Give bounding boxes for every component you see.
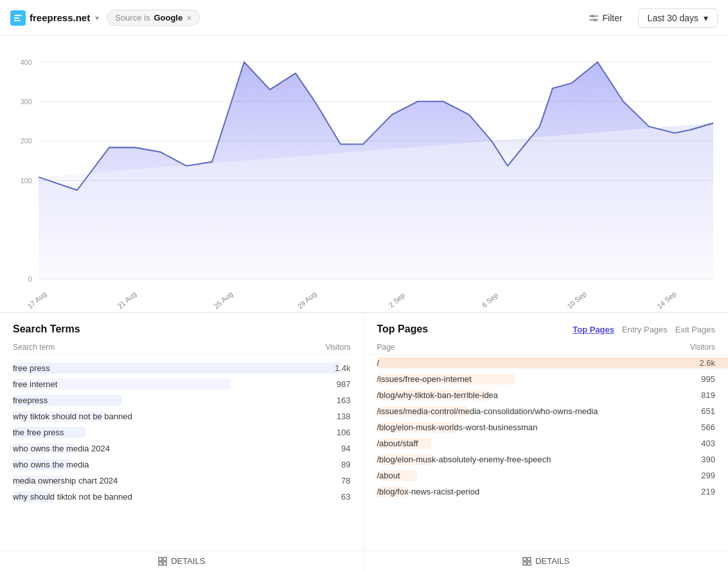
date-range-chevron-icon: ▾ <box>704 13 708 23</box>
filter-source-value: Google <box>154 13 182 23</box>
svg-rect-35 <box>528 562 531 565</box>
page-row[interactable]: /2.6k <box>364 355 729 371</box>
row-term: why should tiktok not be banned <box>13 492 132 502</box>
svg-text:10 Sep: 10 Sep <box>565 289 587 310</box>
page-visitors: 403 <box>701 439 715 448</box>
page-label: /about/staff <box>377 439 418 448</box>
page-row[interactable]: /blog/elon-musk-absolutely-enemy-free-sp… <box>364 451 729 467</box>
col-page-header: Page <box>377 343 395 352</box>
top-pages-panel: Top Pages Top Pages Entry Pages Exit Pag… <box>364 313 729 571</box>
page-label: /blog/fox-news-racist-period <box>377 487 480 496</box>
page-row[interactable]: /issues/free-open-internet995 <box>364 371 729 387</box>
filter-button[interactable]: Filter <box>582 9 630 27</box>
svg-rect-34 <box>523 562 526 565</box>
page-visitors: 819 <box>701 390 715 400</box>
search-terms-panel: Search Terms Search term Visitors free p… <box>0 313 364 571</box>
search-term-row[interactable]: the free press106 <box>0 424 364 440</box>
svg-point-4 <box>594 19 596 21</box>
search-terms-header: Search Terms Search term Visitors <box>0 313 364 360</box>
tab-exit-pages[interactable]: Exit Pages <box>675 325 715 334</box>
row-visitors: 78 <box>341 476 350 485</box>
svg-point-3 <box>592 15 594 17</box>
search-term-row[interactable]: free press1.4k <box>0 360 364 376</box>
svg-rect-33 <box>528 557 531 561</box>
date-range-button[interactable]: Last 30 days ▾ <box>638 8 718 28</box>
svg-rect-1 <box>14 17 19 19</box>
svg-text:2 Sep: 2 Sep <box>387 291 407 309</box>
top-pages-details[interactable]: DETAILS <box>364 550 729 571</box>
tab-entry-pages[interactable]: Entry Pages <box>622 325 668 334</box>
svg-rect-29 <box>163 557 166 561</box>
col-term-header: Search term <box>13 343 55 352</box>
search-term-row[interactable]: free internet987 <box>0 376 364 392</box>
search-term-row[interactable]: media ownership chart 202478 <box>0 473 364 489</box>
col-visitors-header: Visitors <box>325 343 350 352</box>
search-term-row[interactable]: who owns the media 202494 <box>0 440 364 457</box>
svg-text:6 Sep: 6 Sep <box>481 291 500 309</box>
page-label: / <box>377 358 380 368</box>
page-row-bar <box>377 358 729 368</box>
row-visitors: 1.4k <box>335 363 351 373</box>
search-terms-col-headers: Search term Visitors <box>13 340 351 355</box>
row-term: who owns the media <box>13 460 89 469</box>
pages-col-headers: Page Visitors <box>364 340 729 355</box>
page-row[interactable]: /blog/elon-musk-worlds-worst-businessman… <box>364 419 729 435</box>
logo-icon <box>10 10 26 26</box>
col-page-visitors-header: Visitors <box>690 343 715 352</box>
page-label: /issues/media-control/media-consolidatio… <box>377 406 598 416</box>
page-visitors: 390 <box>701 455 715 464</box>
page-label: /about <box>377 471 400 480</box>
svg-text:17 Aug: 17 Aug <box>26 290 48 311</box>
row-visitors: 106 <box>337 428 351 437</box>
search-term-row[interactable]: why should tiktok not be banned63 <box>0 489 364 505</box>
source-filter-tag[interactable]: Source is Google × <box>107 10 200 26</box>
svg-rect-31 <box>163 562 166 565</box>
filter-source-label: Source is <box>115 13 150 23</box>
page-row[interactable]: /issues/media-control/media-consolidatio… <box>364 403 729 419</box>
search-terms-details[interactable]: DETAILS <box>0 550 364 571</box>
tab-top-pages[interactable]: Top Pages <box>573 325 614 334</box>
pages-details-label: DETAILS <box>535 556 569 566</box>
logo-text: freepress.net <box>30 12 90 23</box>
bottom-panels: Search Terms Search term Visitors free p… <box>0 313 728 571</box>
svg-text:14 Sep: 14 Sep <box>655 289 677 310</box>
page-row[interactable]: /blog/fox-news-racist-period219 <box>364 484 729 500</box>
search-term-row[interactable]: why tiktok should not be banned138 <box>0 408 364 424</box>
row-visitors: 63 <box>341 492 350 502</box>
details-label: DETAILS <box>171 556 205 566</box>
date-range-label: Last 30 days <box>648 13 698 23</box>
page-visitors: 299 <box>701 471 715 480</box>
page-visitors: 995 <box>701 374 715 384</box>
svg-text:400: 400 <box>21 58 32 66</box>
close-filter-icon[interactable]: × <box>186 14 191 23</box>
page-visitors: 566 <box>701 422 715 432</box>
chart-area: 400 300 200 100 0 17 Aug 21 Aug 25 Aug 2… <box>0 36 728 313</box>
row-bar <box>13 363 340 374</box>
page-visitors: 2.6k <box>699 358 715 368</box>
page-visitors: 219 <box>701 487 715 496</box>
search-term-row[interactable]: who owns the media89 <box>0 457 364 473</box>
page-label: /blog/why-tiktok-ban-terrible-idea <box>377 390 499 400</box>
row-visitors: 163 <box>337 395 351 405</box>
svg-text:25 Aug: 25 Aug <box>213 290 235 311</box>
row-term: free press <box>13 363 50 373</box>
page-row[interactable]: /about299 <box>364 467 729 484</box>
row-visitors: 138 <box>337 412 351 421</box>
top-pages-title: Top Pages <box>377 323 429 335</box>
page-row[interactable]: /blog/why-tiktok-ban-terrible-idea819 <box>364 387 729 403</box>
search-term-row[interactable]: freepress163 <box>0 392 364 408</box>
visitors-chart: 400 300 200 100 0 17 Aug 21 Aug 25 Aug 2… <box>13 49 715 312</box>
page-row[interactable]: /about/staff403 <box>364 435 729 451</box>
svg-rect-32 <box>523 557 526 561</box>
row-term: freepress <box>13 395 48 405</box>
svg-text:200: 200 <box>21 137 32 145</box>
page-label: /issues/free-open-internet <box>377 374 472 384</box>
svg-rect-30 <box>159 562 162 565</box>
row-visitors: 94 <box>341 444 350 453</box>
row-term: free internet <box>13 379 57 389</box>
header: freepress.net ▾ Source is Google × Filte… <box>0 0 728 36</box>
logo-area[interactable]: freepress.net ▾ <box>10 10 99 26</box>
svg-rect-0 <box>14 15 22 16</box>
filter-button-label: Filter <box>602 13 622 23</box>
row-term: why tiktok should not be banned <box>13 412 132 421</box>
